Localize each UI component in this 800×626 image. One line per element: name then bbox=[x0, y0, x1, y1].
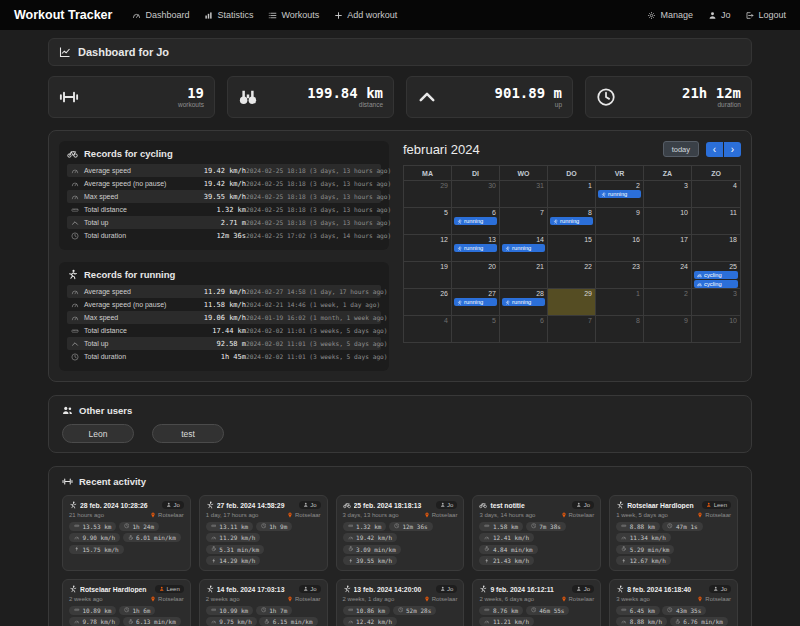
ruler-icon bbox=[71, 327, 79, 335]
nav-item[interactable]: Workouts bbox=[268, 10, 319, 20]
activity-card[interactable]: Rotselaar Hardlopen Leen 1 week, 5 days … bbox=[609, 495, 738, 571]
calendar-day-cell[interactable]: 6 running bbox=[452, 207, 500, 234]
calendar-day-cell[interactable]: 26 bbox=[404, 288, 452, 315]
ruler-icon bbox=[71, 206, 79, 214]
record-label: Average speed bbox=[84, 288, 184, 295]
calendar-day-cell[interactable]: 24 bbox=[644, 261, 692, 288]
weekday-label: ZO bbox=[692, 166, 740, 180]
calendar-day-cell[interactable]: 2 running bbox=[596, 181, 644, 207]
activity-card[interactable]: Rotselaar Hardlopen Leen 2 weeks ago Rot… bbox=[62, 579, 191, 626]
bolt-icon bbox=[621, 558, 627, 564]
user-badge[interactable]: Jo bbox=[436, 501, 458, 509]
workout-event-badge[interactable]: running bbox=[454, 244, 497, 252]
workout-event-badge[interactable]: running bbox=[598, 190, 641, 198]
nav-item[interactable]: Statistics bbox=[204, 10, 253, 20]
activity-card[interactable]: 25 feb. 2024 18:18:13 Jo 3 days, 13 hour… bbox=[336, 495, 465, 571]
calendar-day-cell[interactable]: 3 bbox=[692, 288, 740, 315]
calendar-day-cell[interactable]: 20 bbox=[452, 261, 500, 288]
calendar-day-cell[interactable]: 11 bbox=[692, 207, 740, 234]
activity-card[interactable]: 14 feb. 2024 17:03:13 Jo 2 weeks ago Rot… bbox=[199, 579, 328, 626]
pin-icon bbox=[150, 596, 156, 602]
user-badge[interactable]: Leen bbox=[155, 585, 184, 593]
user-badge[interactable]: Leen bbox=[702, 501, 731, 509]
user-badge[interactable]: Jo bbox=[572, 585, 594, 593]
stopwatch-icon bbox=[211, 546, 217, 552]
nav-item[interactable]: Dashboard bbox=[132, 10, 189, 20]
calendar-day-cell[interactable]: 3 bbox=[644, 181, 692, 207]
calendar-day-cell[interactable]: 13 running bbox=[452, 234, 500, 261]
record-value: 19.42 km/h bbox=[184, 180, 246, 188]
calendar-day-cell[interactable]: 5 bbox=[404, 207, 452, 234]
calendar-day-cell[interactable]: 6 bbox=[500, 315, 548, 342]
activity-card[interactable]: test notitie Jo 3 days, 14 hours ago Rot… bbox=[472, 495, 601, 571]
workout-event-badge[interactable]: running bbox=[550, 217, 593, 225]
calendar-day-cell[interactable]: 16 bbox=[596, 234, 644, 261]
day-number: 10 bbox=[692, 316, 740, 325]
calendar-day-cell[interactable]: 12 bbox=[404, 234, 452, 261]
calendar-day-cell[interactable]: 5 bbox=[452, 315, 500, 342]
calendar-day-cell[interactable]: 2 bbox=[644, 288, 692, 315]
workout-event-badge[interactable]: cycling bbox=[694, 271, 738, 279]
calendar-day-cell[interactable]: 17 bbox=[644, 234, 692, 261]
calendar-day-cell[interactable]: 25 cycling cycling bbox=[692, 261, 740, 288]
workout-event-badge[interactable]: running bbox=[454, 217, 497, 225]
calendar-prev-button[interactable]: ‹ bbox=[706, 142, 723, 157]
activity-card[interactable]: 8 feb. 2024 16:18:40 Jo 3 weeks ago Rots… bbox=[609, 579, 738, 626]
workout-event-badge[interactable]: cycling bbox=[694, 280, 738, 288]
user-badge[interactable]: Jo bbox=[436, 585, 458, 593]
calendar-day-cell[interactable]: 4 bbox=[692, 181, 740, 207]
calendar-day-cell[interactable]: 19 bbox=[404, 261, 452, 288]
calendar-day-cell[interactable]: 27 running bbox=[452, 288, 500, 315]
calendar-day-cell[interactable]: 1 bbox=[596, 288, 644, 315]
calendar-day-cell[interactable]: 10 bbox=[644, 207, 692, 234]
user-badge[interactable]: Jo bbox=[709, 585, 731, 593]
calendar-day-cell[interactable]: 31 bbox=[500, 181, 548, 207]
user-button[interactable]: Leon bbox=[62, 424, 134, 443]
workout-event-badge[interactable]: running bbox=[502, 298, 545, 306]
activity-card[interactable]: 9 feb. 2024 16:12:11 Jo 2 weeks, 6 days … bbox=[472, 579, 601, 626]
calendar-day-cell[interactable]: 7 bbox=[548, 315, 596, 342]
calendar-day-cell[interactable]: 15 bbox=[548, 234, 596, 261]
calendar-day-cell[interactable]: 8 running bbox=[548, 207, 596, 234]
calendar-day-cell[interactable]: 8 bbox=[596, 315, 644, 342]
workout-event-badge[interactable]: running bbox=[454, 298, 497, 306]
nav-item[interactable]: Add workout bbox=[334, 10, 397, 20]
user-badge[interactable]: Jo bbox=[299, 501, 321, 509]
user-badge[interactable]: Jo bbox=[162, 501, 184, 509]
calendar-next-button[interactable]: › bbox=[724, 142, 741, 157]
activity-card[interactable]: 13 feb. 2024 14:20:00 Jo 2 weeks, 1 day … bbox=[336, 579, 465, 626]
calendar-day-cell[interactable]: 29 bbox=[548, 288, 596, 315]
calendar-day-cell[interactable]: 1 bbox=[548, 181, 596, 207]
calendar-day-cell[interactable]: 14 running bbox=[500, 234, 548, 261]
stat-chip: 6.13 min/km bbox=[123, 617, 181, 626]
calendar-day-cell[interactable]: 23 bbox=[596, 261, 644, 288]
stat-chip: 10.86 km bbox=[343, 606, 390, 615]
calendar-day-cell[interactable]: 30 bbox=[452, 181, 500, 207]
gauge-icon bbox=[348, 619, 354, 625]
app-title: Workout Tracker bbox=[14, 8, 112, 22]
calendar-day-cell[interactable]: 29 bbox=[404, 181, 452, 207]
calendar-day-cell[interactable]: 18 bbox=[692, 234, 740, 261]
bike-icon bbox=[343, 501, 351, 509]
calendar-day-cell[interactable]: 10 bbox=[692, 315, 740, 342]
calendar-day-cell[interactable]: 28 running bbox=[500, 288, 548, 315]
calendar-day-cell[interactable]: 9 bbox=[596, 207, 644, 234]
user-button[interactable]: test bbox=[152, 424, 224, 443]
nav-item[interactable]: Manage bbox=[647, 10, 693, 20]
activity-card[interactable]: 27 feb. 2024 14:58:29 Jo 1 day, 17 hours… bbox=[199, 495, 328, 571]
stat-label: up bbox=[495, 101, 562, 108]
calendar-day-cell[interactable]: 4 bbox=[404, 315, 452, 342]
activity-card[interactable]: 28 feb. 2024 10:28:26 Jo 21 hours ago Ro… bbox=[62, 495, 191, 571]
calendar-today-button[interactable]: today bbox=[663, 141, 699, 157]
workout-event-badge[interactable]: running bbox=[502, 244, 545, 252]
nav-item[interactable]: Jo bbox=[708, 10, 731, 20]
user-badge[interactable]: Jo bbox=[572, 501, 594, 509]
user-badge[interactable]: Jo bbox=[299, 585, 321, 593]
calendar-day-cell[interactable]: 7 bbox=[500, 207, 548, 234]
day-number: 25 bbox=[692, 262, 740, 271]
calendar-day-cell[interactable]: 22 bbox=[548, 261, 596, 288]
stat-chip: 3.09 min/km bbox=[343, 545, 401, 554]
calendar-day-cell[interactable]: 21 bbox=[500, 261, 548, 288]
nav-item[interactable]: Logout bbox=[745, 10, 786, 20]
calendar-day-cell[interactable]: 9 bbox=[644, 315, 692, 342]
